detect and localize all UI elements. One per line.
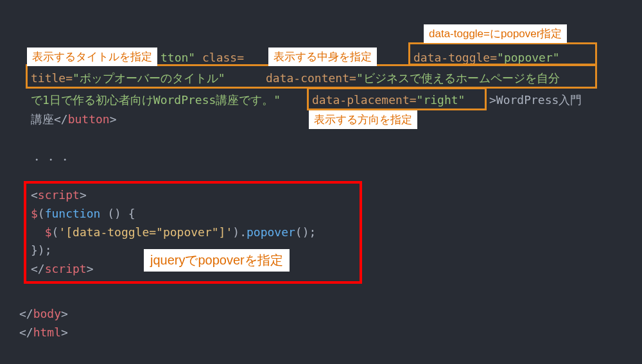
- code-line-3a: で1日で作る初心者向けWordPress講座です。": [31, 91, 281, 110]
- code-line-4: 講座</button>: [31, 110, 117, 129]
- annotation-jquery: jqueryでpopoverを指定: [144, 249, 290, 272]
- annotation-placement: 表示する方向を指定: [309, 110, 417, 129]
- highlight-box-data-toggle: [408, 42, 597, 65]
- annotation-data-toggle: data-toggle=にpopover指定: [424, 24, 567, 43]
- annotation-content: 表示する中身を指定: [268, 48, 377, 66]
- annotation-title: 表示するタイトルを指定: [27, 48, 157, 66]
- code-ellipsis: ・・・: [31, 151, 73, 169]
- code-footer: </body> </html>: [19, 305, 68, 342]
- code-line-3c: >WordPress入門: [489, 91, 582, 110]
- highlight-box-placement: [307, 87, 487, 110]
- highlight-box-title-content: [26, 64, 597, 89]
